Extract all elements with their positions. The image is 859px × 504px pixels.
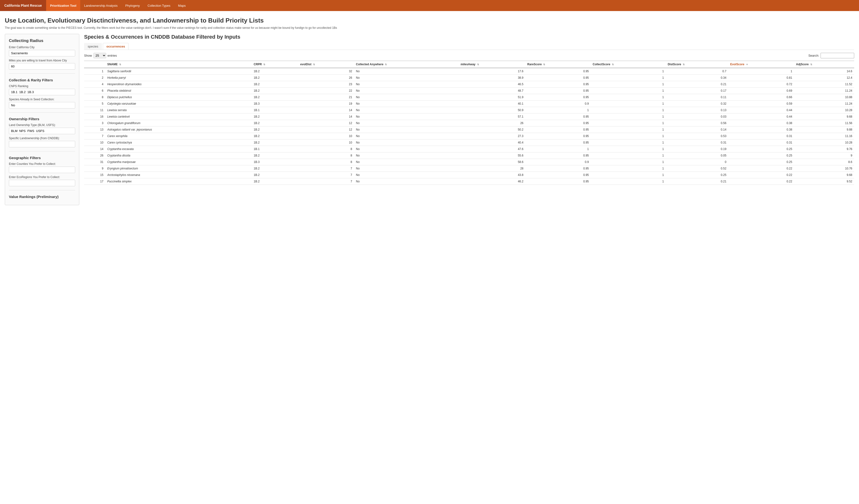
cell-adjscore: 10.76 (794, 166, 854, 172)
cell-crpr: 1B.2 (252, 153, 298, 159)
cell-sname: Astragalus rattanii var. jepsonianus (105, 126, 252, 133)
cell-sname: Puccinellia simplex (105, 178, 252, 185)
cell-idx: 5 (84, 100, 105, 107)
cell-sname: Sagittaria sanfordii (105, 68, 252, 75)
cell-evolscore: 0.31 (728, 139, 794, 146)
miles-input[interactable] (9, 63, 75, 69)
cell-collectscore: 1 (591, 146, 666, 153)
nav-collection-types[interactable]: Collection Types (144, 0, 174, 11)
col-milesaway[interactable]: milesAway ⇅ (458, 61, 525, 68)
cell-idx: 17 (84, 178, 105, 185)
cell-adjscore: 9.68 (794, 172, 854, 178)
page-body: Use Location, Evolutionary Disctinctiven… (0, 11, 859, 205)
page-subtitle: The goal was to create something similar… (5, 26, 854, 30)
cell-rarescore: 0.95 (525, 133, 591, 139)
table-row: 15 Arctostaphylos nissenana 1B.2 7 No 43… (84, 172, 854, 178)
seed-input[interactable] (9, 102, 75, 109)
land-input[interactable] (9, 128, 75, 134)
cell-idx: 11 (84, 107, 105, 113)
cell-crpr: 1B.2 (252, 88, 298, 94)
col-idx[interactable] (84, 61, 105, 68)
cell-adjscore: 12.4 (794, 75, 854, 81)
nav-landownership-analysis[interactable]: Landownership Analysis (80, 0, 121, 11)
cell-evoldist: 12 (298, 126, 354, 133)
cell-crpr: 1B.2 (252, 75, 298, 81)
cell-rarescore: 0.95 (525, 94, 591, 100)
cell-collected-anywhere: No (354, 153, 459, 159)
cell-idx: 1 (84, 68, 105, 75)
city-label: Enter California City (9, 46, 75, 49)
page-title: Use Location, Evolutionary Disctinctiven… (5, 17, 854, 24)
cell-evoldist: 10 (298, 139, 354, 146)
cell-idx: 9 (84, 166, 105, 172)
col-sname[interactable]: SNAME ⇅ (105, 61, 252, 68)
cell-distscore: 0.56 (666, 120, 728, 126)
col-collectscore[interactable]: CollectScore ⇅ (591, 61, 666, 68)
cell-idx: 6 (84, 88, 105, 94)
cell-idx: 14 (84, 146, 105, 153)
col-distscore[interactable]: DistScore ⇅ (666, 61, 728, 68)
nav-maps[interactable]: Maps (174, 0, 190, 11)
cell-adjscore: 11.24 (794, 88, 854, 94)
cell-milesaway: 51.9 (458, 94, 525, 100)
cell-milesaway: 40.1 (458, 100, 525, 107)
cell-collectscore: 1 (591, 178, 666, 185)
cell-evolscore: 0.22 (728, 178, 794, 185)
show-entries-control: Show 10 25 50 100 entries (84, 53, 117, 58)
cell-evoldist: 14 (298, 107, 354, 113)
cell-collectscore: 1 (591, 113, 666, 120)
cell-rarescore: 1 (525, 107, 591, 113)
cell-idx: 4 (84, 81, 105, 88)
cell-sname: Diplacus pulchellus (105, 94, 252, 100)
cell-milesaway: 50.9 (458, 107, 525, 113)
ecoregions-input[interactable] (9, 180, 75, 186)
cell-collected-anywhere: No (354, 139, 459, 146)
cell-rarescore: 0.95 (525, 113, 591, 120)
col-collected-anywhere[interactable]: Collected Anywhere ⇅ (354, 61, 459, 68)
cell-distscore: 0.34 (666, 75, 728, 81)
cell-crpr: 1B.2 (252, 166, 298, 172)
city-input[interactable] (9, 50, 75, 57)
cell-crpr: 1B.2 (252, 68, 298, 75)
cell-milesaway: 43.8 (458, 172, 525, 178)
col-adjscore[interactable]: AdjScore ⇅ (794, 61, 854, 68)
brand-logo[interactable]: California Plant Rescue (0, 0, 46, 11)
search-label: Search: (808, 54, 819, 57)
col-evoldist[interactable]: evolDist ⇅ (298, 61, 354, 68)
entries-select[interactable]: 10 25 50 100 (93, 53, 106, 58)
cell-adjscore: 14.6 (794, 68, 854, 75)
search-input[interactable] (820, 53, 854, 58)
cell-collectscore: 1 (591, 107, 666, 113)
cell-distscore: 0.14 (666, 126, 728, 133)
col-crpr[interactable]: CRPR ⇅ (252, 61, 298, 68)
cell-evoldist: 10 (298, 133, 354, 139)
col-rarescore[interactable]: RareScore ⇅ (525, 61, 591, 68)
tab-species[interactable]: species (84, 43, 102, 50)
cell-milesaway: 58.6 (458, 159, 525, 166)
cell-evolscore: 0.72 (728, 81, 794, 88)
cell-rarescore: 1 (525, 146, 591, 153)
tab-occurrences[interactable]: occurrences (103, 43, 129, 50)
main-title: Species & Occurrences in CNDDB Database … (84, 34, 854, 40)
col-evolscore[interactable]: EvolScore ▼ (728, 61, 794, 68)
cell-collectscore: 1 (591, 75, 666, 81)
tabs-container: species occurrences (84, 43, 854, 50)
cell-evoldist: 26 (298, 75, 354, 81)
cell-evolscore: 0.38 (728, 126, 794, 133)
table-row: 9 Eryngium pinnatisectum 1B.2 7 No 28 0.… (84, 166, 854, 172)
cell-idx: 31 (84, 159, 105, 166)
cell-rarescore: 0.95 (525, 88, 591, 94)
nav-phylogeny[interactable]: Phylogeny (121, 0, 144, 11)
table-controls: Show 10 25 50 100 entries Search: (84, 53, 854, 58)
specific-land-input[interactable] (9, 141, 75, 147)
search-box: Search: (808, 53, 854, 58)
cell-evolscore: 0.22 (728, 172, 794, 178)
land-label: Land Ownership Type (BLM, USFS): (9, 123, 75, 127)
cell-collected-anywhere: No (354, 172, 459, 178)
cell-rarescore: 0.95 (525, 172, 591, 178)
nav-prioritization-tool[interactable]: Prioritization Tool (46, 0, 80, 11)
table-row: 8 Diplacus pulchellus 1B.2 21 No 51.9 0.… (84, 94, 854, 100)
cell-collectscore: 1 (591, 126, 666, 133)
cnps-input[interactable] (9, 89, 75, 95)
counties-input[interactable] (9, 167, 75, 173)
